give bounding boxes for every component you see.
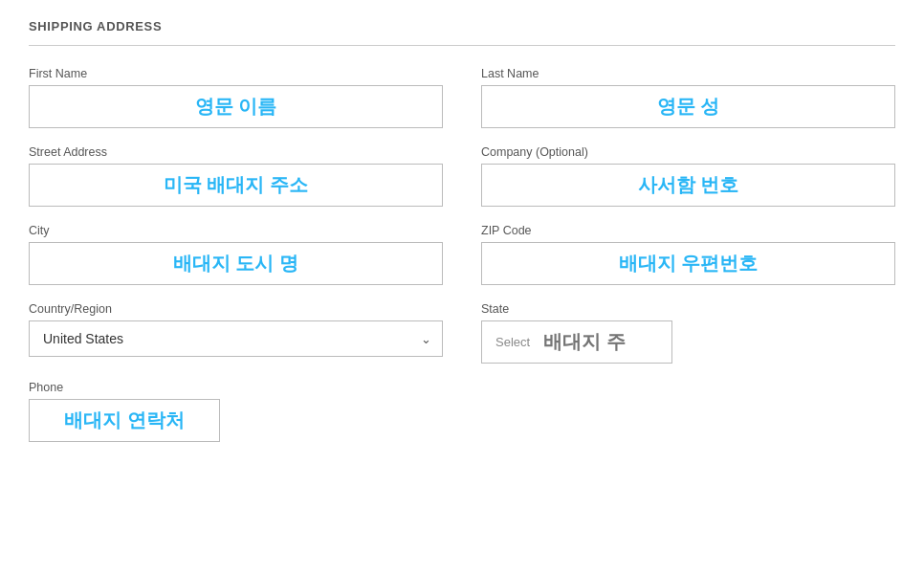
country-select[interactable]: United States bbox=[29, 320, 443, 357]
company-input[interactable] bbox=[481, 164, 895, 207]
shipping-address-section: SHIPPING ADDRESS First Name Last Name St… bbox=[29, 19, 895, 442]
first-name-input[interactable] bbox=[29, 85, 443, 128]
city-label: City bbox=[29, 224, 443, 237]
last-name-label: Last Name bbox=[481, 67, 895, 80]
last-name-group: Last Name bbox=[481, 67, 895, 128]
company-group: Company (Optional) bbox=[481, 145, 895, 207]
phone-input[interactable] bbox=[29, 399, 220, 442]
last-name-input[interactable] bbox=[481, 85, 895, 128]
zip-code-group: ZIP Code bbox=[481, 224, 895, 285]
phone-group: Phone bbox=[29, 381, 220, 442]
city-input[interactable] bbox=[29, 242, 443, 285]
state-label: State bbox=[481, 302, 895, 316]
city-group: City bbox=[29, 224, 443, 285]
phone-label: Phone bbox=[29, 381, 220, 394]
state-input-wrapper: Select bbox=[481, 320, 672, 364]
company-label: Company (Optional) bbox=[481, 145, 895, 159]
state-select-label: Select bbox=[495, 335, 530, 349]
country-select-wrapper: United States ⌄ bbox=[29, 320, 443, 357]
street-address-input[interactable] bbox=[29, 164, 443, 207]
form-grid: First Name Last Name Street Address Comp… bbox=[29, 67, 895, 364]
zip-code-input[interactable] bbox=[481, 242, 895, 285]
state-group: State Select bbox=[481, 302, 895, 364]
zip-code-label: ZIP Code bbox=[481, 224, 895, 237]
country-group: Country/Region United States ⌄ bbox=[29, 302, 443, 364]
first-name-label: First Name bbox=[29, 67, 443, 80]
country-label: Country/Region bbox=[29, 302, 443, 316]
phone-row: Phone bbox=[29, 381, 895, 442]
section-title: SHIPPING ADDRESS bbox=[29, 19, 895, 33]
street-address-group: Street Address bbox=[29, 145, 443, 207]
section-divider bbox=[29, 45, 895, 46]
state-input[interactable] bbox=[543, 331, 668, 353]
first-name-group: First Name bbox=[29, 67, 443, 128]
street-address-label: Street Address bbox=[29, 145, 443, 159]
